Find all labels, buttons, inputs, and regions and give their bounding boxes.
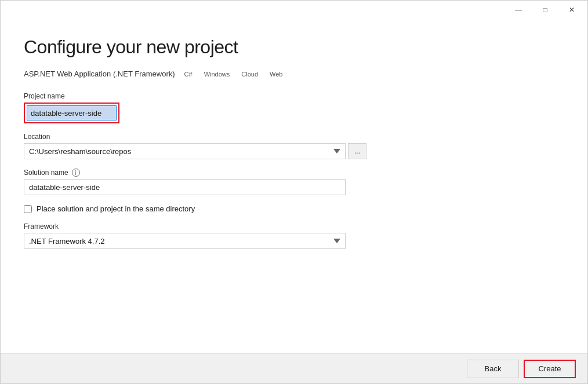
project-name-label: Project name [24,92,564,100]
tag-csharp: C# [182,70,195,78]
same-directory-row: Place solution and project in the same d… [24,204,564,213]
form: Project name Location C:\Users\resham\so… [24,92,564,258]
tag-cloud: Cloud [239,70,260,78]
tag-windows: Windows [202,70,233,78]
bottom-bar: Back Create [1,353,587,383]
location-dropdown[interactable]: C:\Users\resham\source\repos [24,143,346,159]
framework-label: Framework [24,222,564,231]
back-button[interactable]: Back [467,360,519,378]
location-label: Location [24,133,564,141]
framework-group: Framework .NET Framework 4.7.2 .NET Fram… [24,222,564,249]
location-row: C:\Users\resham\source\repos ... [24,143,564,159]
solution-name-input[interactable] [24,179,346,195]
same-directory-label: Place solution and project in the same d… [37,204,195,213]
tag-web: Web [267,70,285,78]
maximize-button[interactable]: □ [532,1,558,19]
location-group: Location C:\Users\resham\source\repos ..… [24,133,564,159]
project-type-label: ASP.NET Web Application (.NET Framework) [24,70,175,78]
main-window: — □ ✕ Configure your new project ASP.NET… [0,0,588,384]
solution-info-icon[interactable]: i [72,169,80,177]
solution-name-group: Solution name i [24,169,564,195]
page-content: Configure your new project ASP.NET Web A… [1,19,587,383]
browse-button[interactable]: ... [348,143,366,159]
title-bar: — □ ✕ [1,1,587,19]
project-name-group: Project name [24,92,564,123]
subtitle-row: ASP.NET Web Application (.NET Framework)… [24,70,564,78]
page-title: Configure your new project [24,36,564,58]
same-directory-checkbox[interactable] [24,205,32,213]
project-name-input[interactable] [27,105,117,120]
minimize-button[interactable]: — [505,1,532,19]
solution-name-label: Solution name i [24,169,564,177]
create-button[interactable]: Create [524,360,576,378]
close-button[interactable]: ✕ [558,1,585,19]
project-name-highlight-box [24,103,119,123]
framework-dropdown[interactable]: .NET Framework 4.7.2 .NET Framework 4.8 … [24,233,346,249]
